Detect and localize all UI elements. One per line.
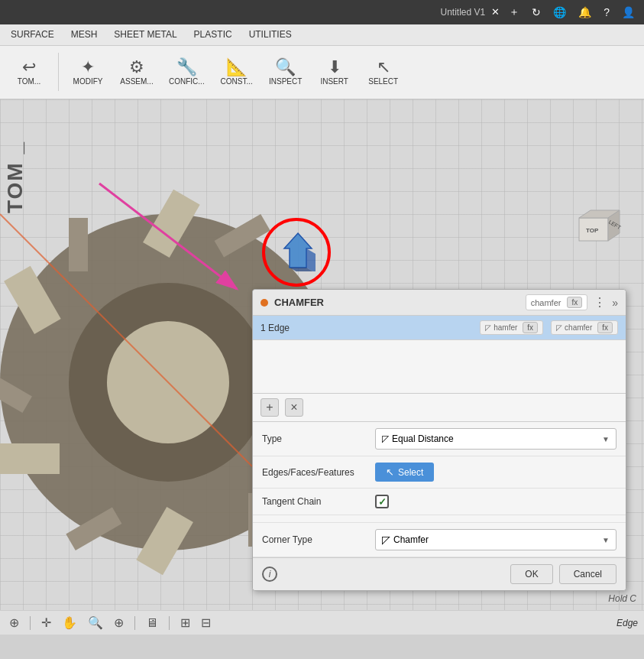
- corner-type-arrow: ▼: [602, 536, 610, 544]
- bottom-grid-icon[interactable]: ⊞: [177, 614, 193, 631]
- inspect-label: INSPECT: [269, 77, 302, 86]
- bottom-plus-icon[interactable]: ⊕: [6, 614, 22, 631]
- bottom-divider-3: [169, 616, 170, 630]
- toolbar-top-help[interactable]: ?: [600, 5, 613, 20]
- toolbar-top-user[interactable]: 👤: [619, 5, 638, 20]
- chamfer-panel: CHAMFER chamfer fx ⋮ » 1 Edge ◸ hamfer f…: [252, 289, 626, 591]
- edge-list-area: 1 Edge ◸ hamfer fx ◸ chamfer fx +: [253, 316, 626, 422]
- panel-dot: [261, 299, 268, 307]
- assemble-label: ASSEM...: [120, 77, 153, 86]
- tool-configure[interactable]: 🔧 CONFIC...: [163, 56, 211, 89]
- tangent-chain-checkbox[interactable]: ✓: [375, 495, 389, 508]
- type-control: ◸ Equal Distance ▼: [375, 428, 616, 450]
- configure-icon: 🔧: [176, 59, 197, 76]
- toolbar-top-globe[interactable]: 🌐: [550, 5, 569, 20]
- fx-tag-2[interactable]: fx: [597, 322, 613, 333]
- bottom-crosshair-icon[interactable]: ✛: [38, 614, 54, 631]
- remove-edge-button[interactable]: ×: [285, 398, 303, 417]
- corner-type-icon: ◸: [382, 534, 390, 546]
- tool-assemble[interactable]: ⚙ ASSEM...: [114, 56, 160, 89]
- panel-spacer: [253, 515, 626, 523]
- tool-construct[interactable]: 📐 CONST...: [214, 56, 260, 89]
- tool-insert[interactable]: ⬇ INSERT: [312, 56, 358, 89]
- type-icon: ◸: [382, 433, 389, 444]
- bottom-monitor-icon[interactable]: 🖥: [143, 615, 161, 631]
- panel-more-button[interactable]: ⋮: [594, 295, 606, 310]
- construct-icon: 📐: [226, 59, 247, 76]
- edge-label: 1 Edge: [261, 323, 475, 333]
- bottom-divider-2: [134, 616, 135, 630]
- menu-mesh[interactable]: MESH: [63, 27, 105, 42]
- edge-controls: + ×: [253, 394, 626, 422]
- app-title: Untitled V1: [441, 7, 486, 18]
- corner-type-row: Corner Type ◸ Chamfer ▼: [253, 523, 626, 557]
- inspect-icon: 🔍: [275, 59, 296, 76]
- close-icon[interactable]: ✕: [491, 6, 500, 18]
- tom-label-toolbar: TOM...: [18, 77, 40, 86]
- select-button-label: Select: [398, 467, 423, 478]
- type-value: Equal Distance: [392, 433, 454, 444]
- bottom-zoomin-icon[interactable]: 🔍: [85, 614, 106, 631]
- info-button[interactable]: i: [262, 566, 277, 582]
- type-dropdown-arrow: ▼: [602, 435, 610, 443]
- tom-icon: ↩: [22, 59, 36, 76]
- bottom-hand-icon[interactable]: ✋: [59, 614, 80, 631]
- tangent-chain-control: ✓: [375, 495, 616, 508]
- bottom-grid-alt-icon[interactable]: ⊟: [198, 614, 214, 631]
- close-x-icon: ×: [290, 401, 297, 414]
- panel-title: CHAMFER: [274, 297, 519, 308]
- chamfer-param2: chamfer: [565, 323, 592, 332]
- hold-c-label: Hold C: [608, 593, 636, 604]
- edges-faces-row: Edges/Faces/Features ↖ Select: [253, 456, 626, 489]
- select-toolbar-label: SELECT: [368, 77, 398, 86]
- view-cube[interactable]: TOP LEFT: [575, 206, 629, 252]
- tool-tom[interactable]: ↩ TOM...: [6, 56, 52, 89]
- menu-bar: SURFACE MESH SHEET METAL PLASTIC UTILITI…: [0, 24, 644, 46]
- tool-inspect[interactable]: 🔍 INSPECT: [263, 56, 309, 89]
- corner-type-control: ◸ Chamfer ▼: [375, 529, 616, 550]
- edge-empty-area: [253, 340, 626, 394]
- panel-collapse-button[interactable]: »: [612, 297, 618, 309]
- svg-rect-11: [69, 218, 88, 271]
- toolbar: Untitled V1 ✕ ＋ ↻ 🌐 🔔 ? 👤 SURFACE MESH S…: [0, 0, 644, 99]
- toolbar-top-plus[interactable]: ＋: [506, 4, 523, 21]
- chamfer-shape-icon-2: ◸: [556, 323, 562, 332]
- svg-rect-9: [0, 443, 60, 474]
- tangent-chain-row: Tangent Chain ✓: [253, 489, 626, 515]
- select-button[interactable]: ↖ Select: [375, 463, 434, 482]
- cancel-button[interactable]: Cancel: [559, 564, 616, 584]
- menu-utilities[interactable]: UTILITIES: [241, 27, 299, 42]
- corner-type-label: Corner Type: [262, 534, 369, 545]
- panel-fx-tag[interactable]: fx: [567, 297, 582, 308]
- add-edge-button[interactable]: +: [261, 398, 279, 417]
- ok-button[interactable]: OK: [510, 564, 552, 584]
- menu-surface[interactable]: SURFACE: [3, 27, 62, 42]
- corner-type-select[interactable]: ◸ Chamfer ▼: [375, 529, 616, 550]
- chamfer-chip-1[interactable]: ◸ hamfer fx: [480, 320, 543, 335]
- type-row: Type ◸ Equal Distance ▼: [253, 422, 626, 456]
- cursor-icon: ↖: [386, 466, 394, 478]
- menu-sheet-metal[interactable]: SHEET METAL: [106, 27, 184, 42]
- tool-select[interactable]: ↖ SELECT: [361, 56, 406, 89]
- type-label: Type: [262, 433, 369, 444]
- type-select[interactable]: ◸ Equal Distance ▼: [375, 428, 616, 450]
- tool-modify[interactable]: ✦ MODIFY: [65, 56, 111, 89]
- edges-faces-label: Edges/Faces/Features: [262, 467, 369, 478]
- chamfer-chip-2[interactable]: ◸ chamfer fx: [551, 320, 618, 335]
- edge-status-bottom: Edge: [616, 618, 638, 628]
- tool-divider-1: [58, 53, 59, 91]
- bottom-zoom-search-icon[interactable]: ⊕: [111, 614, 127, 631]
- toolbar-top-bell[interactable]: 🔔: [575, 5, 594, 20]
- panel-header: CHAMFER chamfer fx ⋮ »: [253, 290, 626, 316]
- construct-label: CONST...: [221, 77, 253, 86]
- edge-row[interactable]: 1 Edge ◸ hamfer fx ◸ chamfer fx: [253, 316, 626, 340]
- toolbar-top-refresh[interactable]: ↻: [529, 5, 544, 20]
- panel-param-input[interactable]: chamfer: [531, 298, 561, 307]
- select-toolbar-icon: ↖: [377, 59, 390, 76]
- fx-tag-1[interactable]: fx: [523, 322, 538, 333]
- tangent-chain-label: Tangent Chain: [262, 496, 369, 507]
- modify-icon: ✦: [81, 59, 95, 76]
- tool-bar-main: ↩ TOM... ✦ MODIFY ⚙ ASSEM... 🔧 CONFIC...…: [0, 46, 644, 99]
- menu-plastic[interactable]: PLASTIC: [186, 27, 240, 42]
- svg-marker-21: [306, 248, 316, 271]
